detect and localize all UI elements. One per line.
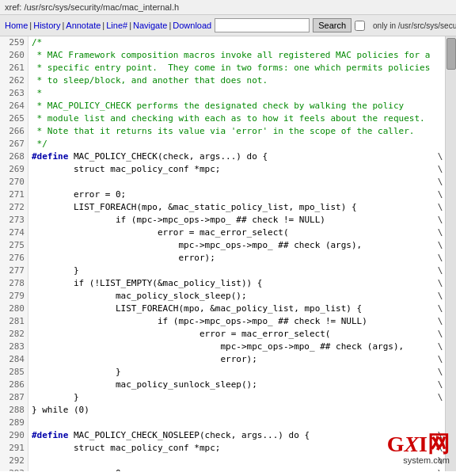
code-line: }	[28, 391, 435, 404]
line-number[interactable]: 278	[0, 277, 28, 290]
table-row: 284 error);\	[0, 353, 445, 366]
line-number[interactable]: 272	[0, 201, 28, 214]
table-row: 259/*	[0, 36, 445, 49]
line-continuation	[435, 138, 445, 150]
line-number[interactable]: 275	[0, 239, 28, 252]
line-number[interactable]: 283	[0, 341, 28, 353]
line-number[interactable]: 265	[0, 112, 28, 125]
search-button[interactable]: Search	[313, 18, 352, 32]
line-continuation: \	[435, 353, 445, 366]
line-number[interactable]: 284	[0, 353, 28, 366]
line-number[interactable]: 282	[0, 328, 28, 341]
watermark-logo: GXI网	[387, 433, 450, 455]
line-number[interactable]: 267	[0, 138, 28, 150]
line-continuation	[435, 62, 445, 74]
watermark-sub: system.com	[403, 455, 450, 465]
table-row: 277 }\	[0, 265, 445, 277]
line-number[interactable]: 287	[0, 391, 28, 404]
table-row: 285 }\	[0, 366, 445, 379]
line-number[interactable]: 279	[0, 290, 28, 303]
watermark: GXI网 system.com	[387, 433, 450, 465]
line-number[interactable]: 276	[0, 252, 28, 265]
line-number[interactable]: 259	[0, 36, 28, 49]
table-row: 287 }\	[0, 391, 445, 404]
table-row: 273 if (mpc->mpc_ops->mpo_ ## check != N…	[0, 214, 445, 227]
nav-navigate[interactable]: Navigate	[133, 21, 167, 30]
nav-annotate[interactable]: Annotate	[66, 21, 101, 30]
line-number[interactable]: 288	[0, 404, 28, 417]
nav-history[interactable]: History	[33, 21, 60, 30]
line-continuation: \	[435, 328, 445, 341]
line-number[interactable]: 291	[0, 442, 28, 455]
line-continuation	[435, 74, 445, 87]
line-number[interactable]: 285	[0, 366, 28, 379]
scrollbar-thumb[interactable]	[446, 38, 456, 70]
line-number[interactable]: 273	[0, 214, 28, 227]
only-in-checkbox[interactable]	[355, 21, 365, 31]
nav-home[interactable]: Home	[5, 21, 28, 30]
line-number[interactable]: 271	[0, 188, 28, 201]
table-row: 290#define MAC_POLICY_CHECK_NOSLEEP(chec…	[0, 429, 445, 442]
table-row: 292\	[0, 455, 445, 467]
line-continuation: \	[435, 150, 445, 163]
line-number[interactable]: 261	[0, 62, 28, 74]
line-continuation: \	[435, 214, 445, 227]
scrollbar[interactable]	[445, 36, 456, 471]
line-continuation: \	[435, 163, 445, 176]
table-row: 282 error = mac_error_select(\	[0, 328, 445, 341]
code-line: * specific entry point. They come in two…	[28, 62, 435, 74]
line-number[interactable]: 260	[0, 49, 28, 62]
line-number[interactable]: 274	[0, 227, 28, 239]
line-number[interactable]: 280	[0, 303, 28, 315]
table-row: 280 LIST_FOREACH(mpo, &mac_policy_list, …	[0, 303, 445, 315]
file-path: xref: /usr/src/sys/security/mac/mac_inte…	[5, 2, 179, 12]
table-row: 265 * module list and checking with each…	[0, 112, 445, 125]
table-row: 269 struct mac_policy_conf *mpc;\	[0, 163, 445, 176]
line-number[interactable]: 293	[0, 467, 28, 471]
code-line: * MAC Framework composition macros invok…	[28, 49, 435, 62]
line-number[interactable]: 262	[0, 74, 28, 87]
line-number[interactable]: 266	[0, 125, 28, 138]
line-number[interactable]: 263	[0, 87, 28, 100]
line-continuation: \	[435, 379, 445, 391]
table-row: 268#define MAC_POLICY_CHECK(check, args.…	[0, 150, 445, 163]
search-input[interactable]	[215, 18, 310, 32]
line-number[interactable]: 286	[0, 379, 28, 391]
line-number[interactable]: 289	[0, 417, 28, 429]
code-line: error);	[28, 252, 435, 265]
code-line: error = 0;	[28, 467, 435, 471]
code-line: error = mac_error_select(	[28, 227, 435, 239]
line-number[interactable]: 281	[0, 315, 28, 328]
code-line: LIST_FOREACH(mpo, &mac_static_policy_lis…	[28, 201, 435, 214]
nav-line[interactable]: Line#	[106, 21, 127, 30]
line-continuation	[435, 49, 445, 62]
line-continuation: \	[435, 290, 445, 303]
line-number[interactable]: 277	[0, 265, 28, 277]
navigation-bar: Home | History | Annotate | Line# | Navi…	[0, 15, 456, 36]
table-row: 275 mpc->mpc_ops->mpo_ ## check (args),\	[0, 239, 445, 252]
line-continuation	[435, 125, 445, 138]
line-number[interactable]: 290	[0, 429, 28, 442]
code-line: struct mac_policy_conf *mpc;	[28, 442, 435, 455]
line-continuation: \	[435, 467, 445, 471]
line-number[interactable]: 270	[0, 176, 28, 188]
line-continuation: \	[435, 176, 445, 188]
line-continuation	[435, 87, 445, 100]
line-continuation: \	[435, 239, 445, 252]
code-line: *	[28, 87, 435, 100]
code-line: mac_policy_sunlock_sleep();	[28, 379, 435, 391]
code-line: mac_policy_slock_sleep();	[28, 290, 435, 303]
code-area: 259/*260 * MAC Framework composition mac…	[0, 36, 456, 471]
code-line: /*	[28, 36, 435, 49]
line-continuation: \	[435, 201, 445, 214]
line-number[interactable]: 268	[0, 150, 28, 163]
table-row: 276 error);\	[0, 252, 445, 265]
table-row: 263 *	[0, 87, 445, 100]
line-number[interactable]: 292	[0, 455, 28, 467]
nav-download[interactable]: Download	[173, 21, 211, 30]
line-continuation	[435, 417, 445, 429]
lines-container: 259/*260 * MAC Framework composition mac…	[0, 36, 445, 471]
line-number[interactable]: 264	[0, 100, 28, 112]
line-number[interactable]: 269	[0, 163, 28, 176]
only-in-label: only in /usr/src/sys/security/mac/	[373, 21, 456, 30]
